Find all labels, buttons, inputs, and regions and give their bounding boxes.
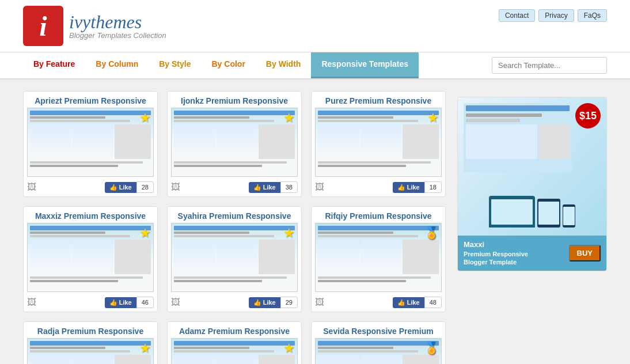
star-badge-icon: ★: [283, 226, 295, 241]
card-thumbnail[interactable]: ★: [27, 108, 154, 177]
card-thumbnail[interactable]: ★: [171, 223, 298, 292]
card-thumbnail[interactable]: ★: [315, 108, 442, 177]
card-title: Maxxiz Premium Responsive: [24, 207, 157, 223]
logo-letter: i: [39, 10, 47, 42]
star-badge-icon: ★: [139, 226, 151, 241]
template-card[interactable]: Purez Premium Responsive ★ 🖼 👍 Like 18: [311, 91, 446, 197]
nav-search: [492, 52, 607, 78]
card-title: Ijonkz Premium Responsive: [168, 92, 301, 108]
main-content: Apriezt Premium Responsive ★ 🖼 👍 Like: [0, 79, 630, 364]
card-thumbnail[interactable]: 🏅: [315, 223, 442, 292]
card-thumbnail[interactable]: ★: [27, 338, 154, 364]
ad-description: Premium ResponsiveBlogger Template: [464, 251, 528, 266]
image-icon: 🖼: [171, 182, 180, 192]
nav-bar: By Feature By Column By Style By Color B…: [0, 52, 630, 79]
template-card[interactable]: Apriezt Premium Responsive ★ 🖼 👍 Like: [23, 91, 158, 197]
like-button[interactable]: 👍 Like 38: [249, 181, 298, 193]
card-thumbnail[interactable]: 🏅: [315, 338, 442, 364]
star-badge-icon: ★: [427, 111, 439, 126]
ad-product-name: Maxxi: [464, 240, 484, 249]
card-footer: 🖼 👍 Like 48: [312, 294, 445, 312]
template-grid-area: Apriezt Premium Responsive ★ 🖼 👍 Like: [23, 91, 446, 364]
like-label: 👍 Like: [249, 182, 280, 193]
faqs-button[interactable]: FaQs: [578, 9, 607, 22]
nav-item-responsive[interactable]: Responsive Templates: [311, 52, 419, 78]
star-badge-icon: ★: [283, 111, 295, 126]
image-icon: 🖼: [315, 182, 324, 192]
logo-box: i: [23, 6, 63, 46]
ad-image: $15: [458, 97, 606, 236]
like-button[interactable]: 👍 Like 18: [393, 181, 442, 193]
card-title: Radja Premium Responsive: [24, 322, 157, 338]
site-name: ivythemes: [69, 13, 166, 31]
template-card[interactable]: Maxxiz Premium Responsive ★ 🖼 👍 Like 4: [23, 206, 158, 312]
nav-item-by-style[interactable]: By Style: [149, 52, 201, 78]
like-label: 👍 Like: [393, 297, 424, 308]
card-footer: 🖼 👍 Like 29: [168, 294, 301, 312]
card-title: Adamz Premium Responsive: [168, 322, 301, 338]
nav-item-by-width[interactable]: By Width: [256, 52, 312, 78]
site-tagline: Blogger Templates Collection: [69, 31, 166, 40]
nav-item-by-column[interactable]: By Column: [85, 52, 149, 78]
search-input[interactable]: [492, 57, 607, 74]
template-card[interactable]: Adamz Premium Responsive ★ 🖼 👍 Like 21: [167, 321, 302, 364]
image-icon: 🖼: [27, 182, 36, 192]
card-footer: 🖼 👍 Like 18: [312, 179, 445, 196]
like-button[interactable]: 👍 Like 28: [105, 181, 154, 193]
image-icon: 🖼: [315, 297, 324, 308]
card-title: Rifqiy Premium Responsive: [312, 207, 445, 223]
card-footer: 🖼 👍 Like 38: [168, 179, 301, 196]
card-title: Syahira Premium Responsive: [168, 207, 301, 223]
nav-item-by-feature[interactable]: By Feature: [23, 52, 85, 78]
like-label: 👍 Like: [393, 182, 424, 193]
like-count: 28: [136, 181, 154, 193]
card-footer: 🖼 👍 Like 46: [24, 294, 157, 312]
star-badge-icon: ★: [139, 111, 151, 126]
nav-item-by-color[interactable]: By Color: [202, 52, 256, 78]
star-badge-icon: ★: [139, 341, 151, 356]
like-label: 👍 Like: [105, 182, 136, 193]
like-button[interactable]: 👍 Like 48: [393, 297, 442, 308]
logo-area: i ivythemes Blogger Templates Collection: [23, 6, 166, 46]
template-grid: Apriezt Premium Responsive ★ 🖼 👍 Like: [23, 91, 446, 364]
ad-price: $15: [575, 103, 601, 128]
like-count: 38: [280, 181, 298, 193]
like-label: 👍 Like: [105, 297, 136, 308]
like-label: 👍 Like: [249, 297, 280, 308]
image-icon: 🖼: [171, 297, 180, 308]
device-tablet-icon: [537, 199, 560, 227]
like-count: 46: [136, 297, 154, 308]
sidebar-ad: $15: [457, 97, 607, 271]
sidebar: $15: [457, 91, 607, 364]
device-phone-icon: [563, 204, 575, 227]
like-count: 48: [424, 297, 442, 308]
template-card[interactable]: Sevida Responsive Premium 🏅 🖼 👍 Like: [311, 321, 446, 364]
card-thumbnail[interactable]: ★: [27, 223, 154, 292]
buy-button[interactable]: BUY: [569, 245, 601, 261]
card-title: Sevida Responsive Premium: [312, 322, 445, 338]
medal-badge-icon: 🏅: [424, 341, 439, 355]
ad-devices: [489, 196, 575, 227]
top-nav: Contact Privacy FaQs: [499, 6, 607, 22]
contact-button[interactable]: Contact: [499, 9, 535, 22]
star-badge-icon: ★: [283, 341, 295, 356]
template-card[interactable]: Rifqiy Premium Responsive 🏅 🖼 👍 Like: [311, 206, 446, 312]
card-footer: 🖼 👍 Like 28: [24, 179, 157, 196]
card-title: Apriezt Premium Responsive: [24, 92, 157, 108]
image-icon: 🖼: [27, 297, 36, 308]
like-count: 18: [424, 181, 442, 193]
like-button[interactable]: 👍 Like 29: [249, 297, 298, 308]
like-button[interactable]: 👍 Like 46: [105, 297, 154, 308]
device-desktop-icon: [489, 196, 535, 227]
template-card[interactable]: Radja Premium Responsive ★ 🖼 👍 Like 12: [23, 321, 158, 364]
template-card[interactable]: Ijonkz Premium Responsive ★ 🖼 👍 Like 3: [167, 91, 302, 197]
template-card[interactable]: Syahira Premium Responsive ★ 🖼 👍 Like: [167, 206, 302, 312]
ad-text: Maxxi Premium ResponsiveBlogger Template: [464, 240, 528, 266]
ad-bottom: Maxxi Premium ResponsiveBlogger Template…: [458, 236, 606, 271]
like-count: 29: [280, 297, 298, 308]
card-thumbnail[interactable]: ★: [171, 108, 298, 177]
card-title: Purez Premium Responsive: [312, 92, 445, 108]
medal-badge-icon: 🏅: [424, 226, 439, 240]
privacy-button[interactable]: Privacy: [538, 9, 574, 22]
card-thumbnail[interactable]: ★: [171, 338, 298, 364]
